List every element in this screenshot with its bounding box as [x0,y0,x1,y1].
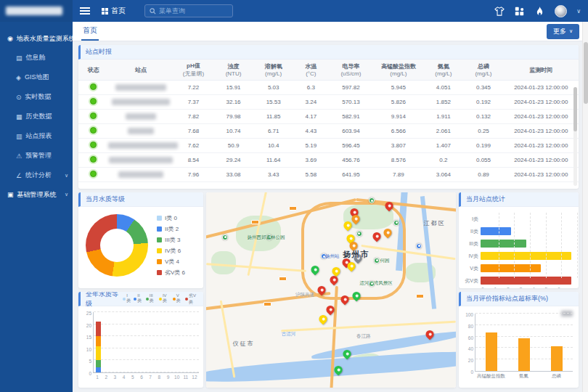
menu-toggle-icon[interactable] [80,7,90,15]
road-badge [251,220,259,224]
table-row[interactable]: 7.3732.1615.533.24570.135.8261.8520.1922… [78,95,579,110]
road-badge [289,206,297,211]
hbar-row: III类 [462,237,571,250]
station-stat-title: 当月站点统计 [459,192,579,207]
map-label: 何园 [380,257,389,264]
month-stack [181,312,190,372]
hbar-row: I类 [462,213,571,225]
layout-icon[interactable] [514,6,525,17]
sidebar-item[interactable]: ▦历史数据 [0,107,73,126]
hbar-row: 劣V类 [462,274,571,287]
legend-item: III类 3 [157,236,185,244]
table-header-row: 状态站点pH值(无量纲)浊度(NTU)溶解氧(mg/L)水温(°C)电导率(uS… [78,60,579,81]
flame-icon[interactable] [534,6,545,17]
station-name-blurred [108,142,178,149]
sidebar-item[interactable]: ⚠预警管理 [0,146,73,166]
menu-search[interactable] [144,4,233,17]
legend-item: I类 0 [157,214,185,222]
hbar-row: II类 [462,225,571,237]
sidebar-item[interactable]: ▤信息舱 [0,48,73,68]
map-poi-icon [374,258,380,264]
donut-legend: I类 0II类 2III类 3IV类 6V类 4劣V类 6 [157,214,185,277]
exceed-rate-title: 当月评价指标站点超标率(%) [459,292,579,306]
exceed-bar [486,332,497,371]
exceed-rate-chart: 020406080100 [475,314,573,372]
annual-stacked-chart: 0510152025 [93,312,199,373]
column-header: 站点 [108,60,173,81]
grid-icon [102,8,108,15]
bottom-grid: 当月水质等级 I类 0II类 2III类 3IV类 6V类 4劣V类 6 全年水… [78,192,579,388]
table-scrollbar[interactable] [573,87,577,186]
hbar-row: IV类 [462,250,571,262]
table-row[interactable]: 8.5429.2411.643.69456.768.5760.20.055202… [78,153,579,168]
sidebar-item[interactable]: ∠统计分析∨ [0,166,73,185]
table-row[interactable]: 7.9633.083.435.58641.957.893.0640.892024… [78,168,579,182]
map-pin-yellow[interactable] [318,314,330,325]
station-report-title: 站点时报 [78,45,579,60]
station-name-blurred [112,99,170,105]
logo-bar [0,0,73,22]
annual-quality-card: 全年水质等级 I类II类III类IV类V类劣V类 0510152025 1234… [78,292,203,388]
status-dot [90,98,97,105]
sidebar: ◉地表水质量监测系统∧▤信息舱◈GIS地图⊙实时数据▦历史数据▥站点报表⚠预警管… [0,0,73,392]
more-button[interactable]: 更多 ∨ [547,24,579,39]
legend-item: V类 [173,293,183,306]
exceed-bar [551,346,563,371]
quality-donut-chart [86,214,148,277]
station-name-blurred [128,128,154,134]
month-stack [94,312,102,372]
exceed-rate-card: 当月评价指标站点超标率(%) 020406080100 高锰酸盐指数氨氮总磷 [459,292,579,388]
column-header: 溶解氧(mg/L) [253,60,293,81]
legend-item: 劣V类 6 [157,269,185,277]
user-avatar[interactable] [555,5,567,17]
table-row[interactable]: 7.6250.910.45.19596.453.8071.4070.199202… [78,139,579,153]
annual-legend: I类II类III类IV类V类劣V类 [123,293,203,306]
map-poi-icon [393,220,399,226]
sidebar-item[interactable]: ⊙实时数据 [0,87,73,107]
station-name-blurred [126,113,156,120]
theme-skin-icon[interactable] [494,6,505,17]
legend-item: II类 2 [157,225,185,233]
map-label: 扬州西郊森林公园 [248,234,285,240]
table-row[interactable]: 7.2215.915.036.3597.825.9454.0510.345202… [78,81,579,95]
legend-item: IV类 [159,293,171,306]
road-badge [279,277,287,281]
main-area: 首页 [73,0,588,392]
page-scrollbar[interactable] [582,22,588,392]
annual-x-axis: 123456789101112 [93,375,199,380]
sidebar-section-1[interactable]: ▣基础管理系统∨ [0,185,73,204]
sidebar-section-0[interactable]: ◉地表水质量监测系统∧ [0,29,73,48]
column-header: 状态 [78,60,108,81]
status-dot [90,113,97,119]
column-header: 电导率(uS/cm) [328,60,373,81]
legend-item: IV类 6 [157,247,185,255]
month-stack [155,312,164,372]
tab-home[interactable]: 首页 [81,22,99,41]
road-badge [416,294,424,298]
status-dot [90,83,97,90]
month-stack [190,312,199,372]
home-link[interactable]: 首页 [102,6,126,16]
legend-item: III类 [146,293,157,306]
table-row[interactable]: 7.6810.746.714.43603.946.5662.0610.25202… [78,124,579,139]
realtime-data-icon: ⊙ [16,94,22,101]
station-report-card: 站点时报 状态站点pH值(无量纲)浊度(NTU)溶解氧(mg/L)水温(°C)电… [78,45,579,189]
sidebar-item[interactable]: ▥站点报表 [0,126,73,146]
topbar: 首页 [73,0,588,22]
sidebar-item[interactable]: ◈GIS地图 [0,68,73,87]
city-map[interactable]: 扬州市江都区仪征市古运河沪陕高速春江路扬州西郊森林公园何园运河三湾风景区扬州站 [206,192,456,388]
column-header: 总磷(mg/L) [463,60,503,81]
app-root: ◉地表水质量监测系统∧▤信息舱◈GIS地图⊙实时数据▦历史数据▥站点报表⚠预警管… [0,0,588,392]
station-name-blurred [109,157,173,163]
history-data-icon: ▦ [16,113,23,121]
station-report-icon: ▥ [16,133,23,140]
map-label: 春江路 [356,332,371,339]
chevron-down-icon: ∨ [65,192,68,197]
monthly-quality-title: 当月水质等级 [78,192,203,207]
user-menu-chevron-icon[interactable]: ∨ [576,8,581,15]
column-header: 水温(°C) [293,60,328,81]
column-header: 监测时间 [504,60,579,81]
station-name-blurred [115,84,166,91]
table-row[interactable]: 7.8279.9811.854.17582.919.9141.9110.1322… [78,110,579,124]
search-input[interactable] [159,7,228,15]
